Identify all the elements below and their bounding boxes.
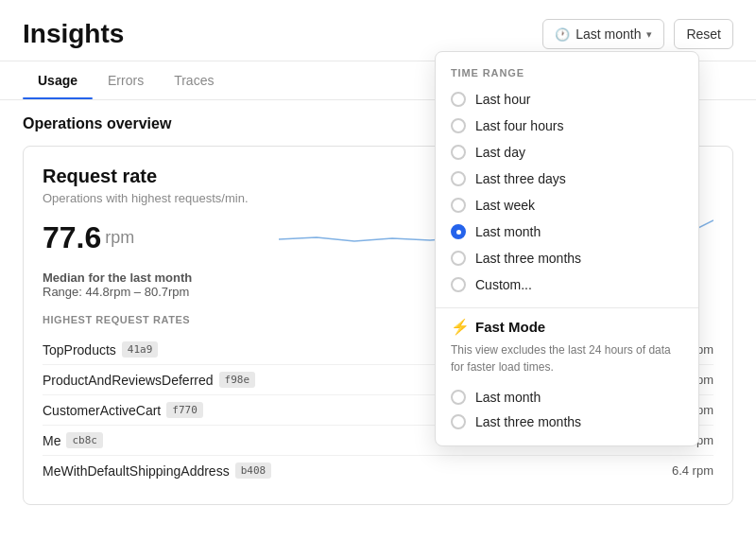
radio-last-three-days[interactable]: Last three days [436,166,698,192]
dropdown-divider [436,307,698,308]
bolt-icon: ⚡ [451,318,470,336]
radio-circle-last-hour [451,92,466,107]
radio-fm-last-month[interactable]: Last month [451,385,683,410]
tab-traces[interactable]: Traces [159,61,229,99]
op-name: ProductAndReviewsDeferred f98e [43,372,255,388]
time-range-dropdown: TIME RANGE Last hour Last four hours Las… [435,51,699,446]
radio-last-three-months[interactable]: Last three months [436,245,698,271]
radio-circle-last-three-days [451,171,466,186]
radio-last-week[interactable]: Last week [436,192,698,218]
radio-circle-last-week [451,198,466,213]
radio-circle-last-three-months [451,251,466,266]
radio-circle-fm-last-month [451,390,466,405]
reset-button[interactable]: Reset [674,19,733,49]
op-name: CustomerActiveCart f770 [43,402,203,418]
chevron-down-icon: ▾ [646,28,652,41]
radio-last-hour[interactable]: Last hour [436,86,698,113]
op-name: TopProducts 41a9 [43,341,158,358]
fast-mode-header: ⚡ Fast Mode [451,318,683,336]
main-container: Insights 🕐 Last month ▾ Reset Usage Erro… [0,0,756,541]
radio-circle-last-day [451,145,466,160]
radio-fm-last-three-months[interactable]: Last three months [451,410,683,434]
metric-unit: rpm [105,228,134,248]
fast-mode-section: ⚡ Fast Mode This view excludes the last … [436,318,698,434]
radio-last-four-hours[interactable]: Last four hours [436,113,698,139]
time-range-button[interactable]: 🕐 Last month ▾ [542,19,664,49]
fast-mode-description: This view excludes the last 24 hours of … [451,341,683,375]
dropdown-section-label: TIME RANGE [436,67,698,86]
tab-errors[interactable]: Errors [93,61,159,99]
op-name: MeWithDefaultShippingAddress b408 [43,462,271,479]
radio-circle-last-month [451,224,466,239]
page-title: Insights [23,19,124,49]
radio-custom[interactable]: Custom... [436,271,698,298]
radio-circle-last-four-hours [451,118,466,133]
clock-icon: 🕐 [555,27,570,42]
metric-value: 77.6 [43,220,101,255]
radio-last-day[interactable]: Last day [436,139,698,166]
header-actions: 🕐 Last month ▾ Reset [542,19,733,49]
radio-circle-fm-last-three-months [451,414,466,429]
radio-last-month[interactable]: Last month [436,218,698,245]
table-row: MeWithDefaultShippingAddress b408 6.4 rp… [43,455,713,485]
time-range-label: Last month [576,26,641,42]
op-name: Me cb8c [43,432,103,448]
tab-usage[interactable]: Usage [23,61,93,99]
radio-circle-custom [451,277,466,292]
